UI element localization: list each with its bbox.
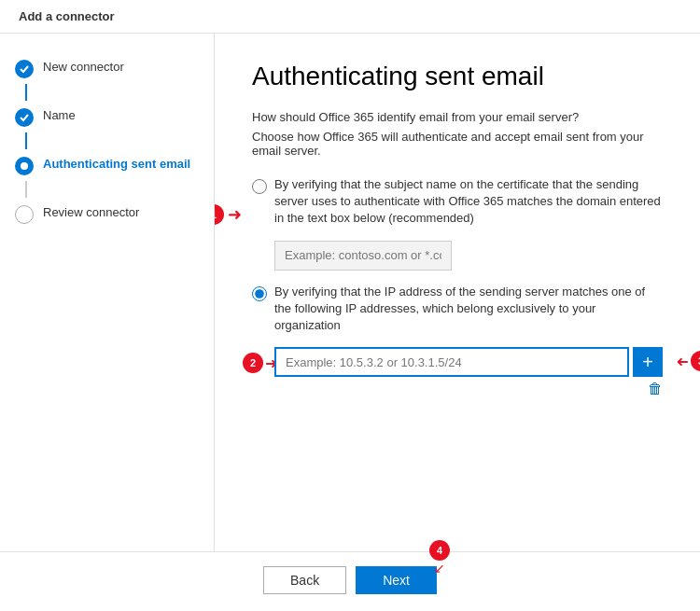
sidebar-item-new-connector[interactable]: New connector — [0, 52, 214, 84]
arrow-4: ↙ — [434, 561, 445, 576]
sidebar-item-review[interactable]: Review connector — [0, 198, 214, 229]
step-label-authenticating: Authenticating sent email — [43, 155, 190, 171]
step-icon-review — [15, 205, 34, 224]
ip-input-row: + ➜ 3 — [274, 347, 663, 377]
add-ip-button[interactable]: + — [633, 347, 663, 377]
ip-input-section: 2 ➜ + ➜ 3 🗑 — [274, 347, 663, 397]
content-area: Authenticating sent email How should Off… — [215, 34, 700, 551]
arrow-3: ➜ — [677, 353, 689, 370]
delete-row: 🗑 — [297, 381, 663, 397]
annotation-2: 2 — [243, 353, 263, 373]
annotation-4: 4 — [429, 540, 450, 561]
annotation-1: 1 — [215, 204, 224, 225]
step-icon-name — [15, 108, 34, 127]
option1-input-wrapper — [274, 241, 663, 271]
option2-section: By verifying that the IP address of the … — [252, 284, 663, 335]
option2-label: By verifying that the IP address of the … — [274, 284, 663, 335]
step-label-name: Name — [43, 106, 76, 122]
next-button[interactable]: Next — [356, 566, 437, 594]
back-button[interactable]: Back — [263, 566, 346, 594]
step-icon-authenticating — [15, 157, 34, 175]
delete-icon[interactable]: 🗑 — [648, 381, 663, 397]
content-description1: How should Office 365 identify email fro… — [252, 110, 663, 124]
footer: Back Next 4 ↙ — [0, 551, 700, 607]
option2-radio[interactable] — [252, 286, 267, 301]
option1-radio-row: By verifying that the subject name on th… — [252, 176, 663, 228]
step-connector-3 — [25, 181, 27, 198]
option1-section: 1 ➜ By verifying that the subject name o… — [252, 176, 663, 271]
arrow-1: ➜ — [228, 204, 242, 225]
option1-input[interactable] — [274, 241, 452, 271]
sidebar: New connector Name Authenticating sent e… — [0, 34, 215, 551]
sidebar-item-authenticating[interactable]: Authenticating sent email — [0, 149, 214, 181]
step-label-new-connector: New connector — [43, 58, 124, 74]
option2-radio-row: By verifying that the IP address of the … — [252, 284, 663, 335]
svg-point-0 — [21, 162, 28, 170]
page-header-title: Add a connector — [19, 9, 115, 23]
annotation-3: 3 — [691, 351, 700, 371]
page-header: Add a connector — [0, 0, 700, 34]
option1-label: By verifying that the subject name on th… — [274, 176, 663, 228]
next-button-wrapper: Next 4 ↙ — [356, 566, 437, 594]
option1-radio[interactable] — [252, 179, 267, 194]
step-connector-2 — [25, 132, 27, 149]
content-description2: Choose how Office 365 will authenticate … — [252, 130, 663, 158]
step-icon-new-connector — [15, 60, 34, 78]
step-label-review: Review connector — [43, 203, 139, 219]
content-title: Authenticating sent email — [252, 62, 663, 91]
ip-input[interactable] — [274, 347, 629, 377]
sidebar-item-name[interactable]: Name — [0, 101, 214, 132]
step-connector-1 — [25, 84, 27, 101]
